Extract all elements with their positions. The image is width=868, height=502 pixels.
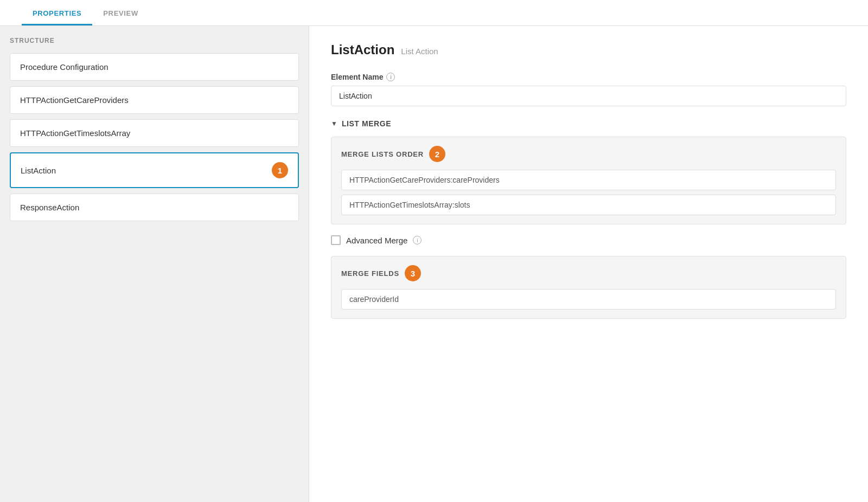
advanced-merge-label: Advanced Merge — [346, 236, 407, 245]
tab-properties[interactable]: PROPERTIES — [22, 3, 92, 25]
sidebar-item-label-list-action: ListAction — [21, 166, 56, 175]
advanced-merge-info-icon[interactable]: i — [413, 236, 422, 244]
element-title: ListAction List Action — [331, 42, 846, 57]
merge-fields-label: MERGE FIELDS — [341, 269, 399, 278]
element-name-info-icon[interactable]: i — [386, 73, 395, 81]
tab-preview[interactable]: PREVIEW — [92, 3, 149, 25]
sidebar-item-list-action[interactable]: ListAction1 — [10, 152, 299, 188]
sidebar-item-label-http-careproviders: HTTPActionGetCareProviders — [20, 95, 129, 105]
list-merge-arrow-icon: ▼ — [331, 120, 337, 127]
merge-lists-order-box: MERGE LISTS ORDER 2 HTTPActionGetCarePro… — [331, 137, 846, 224]
sidebar: STRUCTURE Procedure ConfigurationHTTPAct… — [0, 26, 309, 502]
top-tabs: PROPERTIES PREVIEW — [0, 0, 868, 26]
merge-list-items-container: HTTPActionGetCareProviders:careProviders… — [341, 170, 836, 215]
advanced-merge-checkbox[interactable] — [331, 235, 341, 245]
app-container: PROPERTIES PREVIEW STRUCTURE Procedure C… — [0, 0, 868, 502]
element-name-label: Element Name i — [331, 73, 846, 81]
merge-field-item-0: careProviderId — [341, 289, 836, 310]
sidebar-item-label-response-action: ResponseAction — [20, 203, 79, 212]
merge-lists-order-badge: 2 — [429, 146, 445, 162]
merge-list-item-0: HTTPActionGetCareProviders:careProviders — [341, 170, 836, 190]
list-merge-title: LIST MERGE — [342, 119, 391, 128]
sidebar-item-response-action[interactable]: ResponseAction — [10, 194, 299, 221]
merge-fields-badge: 3 — [405, 265, 421, 281]
advanced-merge-row: Advanced Merge i — [331, 235, 846, 245]
sidebar-item-badge-list-action: 1 — [272, 162, 288, 178]
element-title-main: ListAction — [331, 42, 394, 57]
main-content: STRUCTURE Procedure ConfigurationHTTPAct… — [0, 26, 868, 502]
sidebar-item-procedure-config[interactable]: Procedure Configuration — [10, 53, 299, 81]
sidebar-label: STRUCTURE — [10, 37, 299, 44]
list-merge-section-header: ▼ LIST MERGE — [331, 119, 846, 128]
right-panel: ListAction List Action Element Name i ▼ … — [309, 26, 868, 502]
merge-fields-header: MERGE FIELDS 3 — [341, 265, 836, 281]
merge-lists-order-header: MERGE LISTS ORDER 2 — [341, 146, 836, 162]
sidebar-item-http-timeslots[interactable]: HTTPActionGetTimeslotsArray — [10, 119, 299, 147]
merge-lists-order-label: MERGE LISTS ORDER — [341, 150, 424, 158]
sidebar-item-label-http-timeslots: HTTPActionGetTimeslotsArray — [20, 128, 130, 138]
sidebar-item-http-careproviders[interactable]: HTTPActionGetCareProviders — [10, 86, 299, 114]
merge-list-item-1: HTTPActionGetTimeslotsArray:slots — [341, 195, 836, 215]
element-title-sub: List Action — [401, 47, 438, 56]
sidebar-items-container: Procedure ConfigurationHTTPActionGetCare… — [10, 53, 299, 221]
sidebar-item-label-procedure-config: Procedure Configuration — [20, 62, 108, 72]
element-name-input[interactable] — [331, 86, 846, 106]
merge-fields-box: MERGE FIELDS 3 careProviderId — [331, 256, 846, 319]
merge-field-items-container: careProviderId — [341, 289, 836, 310]
